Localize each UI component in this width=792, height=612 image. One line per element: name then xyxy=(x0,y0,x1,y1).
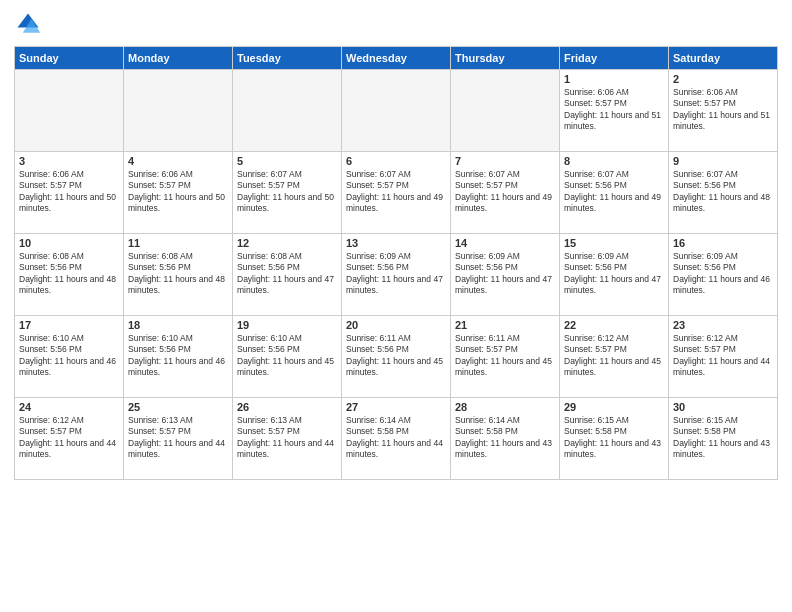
calendar-cell: 30Sunrise: 6:15 AMSunset: 5:58 PMDayligh… xyxy=(669,398,778,480)
day-info: Sunrise: 6:14 AMSunset: 5:58 PMDaylight:… xyxy=(346,415,446,461)
calendar-table: SundayMondayTuesdayWednesdayThursdayFrid… xyxy=(14,46,778,480)
calendar-cell: 25Sunrise: 6:13 AMSunset: 5:57 PMDayligh… xyxy=(124,398,233,480)
calendar-cell: 22Sunrise: 6:12 AMSunset: 5:57 PMDayligh… xyxy=(560,316,669,398)
calendar-week-3: 10Sunrise: 6:08 AMSunset: 5:56 PMDayligh… xyxy=(15,234,778,316)
day-info: Sunrise: 6:15 AMSunset: 5:58 PMDaylight:… xyxy=(673,415,773,461)
day-number: 26 xyxy=(237,401,337,413)
day-info: Sunrise: 6:10 AMSunset: 5:56 PMDaylight:… xyxy=(237,333,337,379)
calendar-cell: 11Sunrise: 6:08 AMSunset: 5:56 PMDayligh… xyxy=(124,234,233,316)
day-number: 24 xyxy=(19,401,119,413)
calendar-cell: 29Sunrise: 6:15 AMSunset: 5:58 PMDayligh… xyxy=(560,398,669,480)
day-number: 28 xyxy=(455,401,555,413)
day-number: 5 xyxy=(237,155,337,167)
day-info: Sunrise: 6:07 AMSunset: 5:56 PMDaylight:… xyxy=(673,169,773,215)
calendar-cell: 28Sunrise: 6:14 AMSunset: 5:58 PMDayligh… xyxy=(451,398,560,480)
day-info: Sunrise: 6:13 AMSunset: 5:57 PMDaylight:… xyxy=(237,415,337,461)
day-info: Sunrise: 6:10 AMSunset: 5:56 PMDaylight:… xyxy=(19,333,119,379)
day-info: Sunrise: 6:11 AMSunset: 5:56 PMDaylight:… xyxy=(346,333,446,379)
day-info: Sunrise: 6:08 AMSunset: 5:56 PMDaylight:… xyxy=(237,251,337,297)
weekday-header-thursday: Thursday xyxy=(451,47,560,70)
weekday-header-sunday: Sunday xyxy=(15,47,124,70)
calendar-cell: 9Sunrise: 6:07 AMSunset: 5:56 PMDaylight… xyxy=(669,152,778,234)
header xyxy=(14,10,778,38)
calendar-week-5: 24Sunrise: 6:12 AMSunset: 5:57 PMDayligh… xyxy=(15,398,778,480)
weekday-header-monday: Monday xyxy=(124,47,233,70)
day-number: 16 xyxy=(673,237,773,249)
day-info: Sunrise: 6:06 AMSunset: 5:57 PMDaylight:… xyxy=(128,169,228,215)
logo xyxy=(14,10,46,38)
day-number: 6 xyxy=(346,155,446,167)
day-info: Sunrise: 6:14 AMSunset: 5:58 PMDaylight:… xyxy=(455,415,555,461)
day-number: 8 xyxy=(564,155,664,167)
day-info: Sunrise: 6:09 AMSunset: 5:56 PMDaylight:… xyxy=(346,251,446,297)
calendar-cell: 8Sunrise: 6:07 AMSunset: 5:56 PMDaylight… xyxy=(560,152,669,234)
calendar-cell: 23Sunrise: 6:12 AMSunset: 5:57 PMDayligh… xyxy=(669,316,778,398)
calendar-cell: 20Sunrise: 6:11 AMSunset: 5:56 PMDayligh… xyxy=(342,316,451,398)
day-number: 13 xyxy=(346,237,446,249)
day-number: 21 xyxy=(455,319,555,331)
day-number: 9 xyxy=(673,155,773,167)
calendar-cell: 17Sunrise: 6:10 AMSunset: 5:56 PMDayligh… xyxy=(15,316,124,398)
day-number: 20 xyxy=(346,319,446,331)
calendar-cell: 10Sunrise: 6:08 AMSunset: 5:56 PMDayligh… xyxy=(15,234,124,316)
calendar-cell: 15Sunrise: 6:09 AMSunset: 5:56 PMDayligh… xyxy=(560,234,669,316)
day-info: Sunrise: 6:08 AMSunset: 5:56 PMDaylight:… xyxy=(128,251,228,297)
calendar-week-4: 17Sunrise: 6:10 AMSunset: 5:56 PMDayligh… xyxy=(15,316,778,398)
logo-icon xyxy=(14,10,42,38)
day-number: 29 xyxy=(564,401,664,413)
day-info: Sunrise: 6:06 AMSunset: 5:57 PMDaylight:… xyxy=(564,87,664,133)
day-info: Sunrise: 6:07 AMSunset: 5:56 PMDaylight:… xyxy=(564,169,664,215)
weekday-header-row: SundayMondayTuesdayWednesdayThursdayFrid… xyxy=(15,47,778,70)
day-info: Sunrise: 6:07 AMSunset: 5:57 PMDaylight:… xyxy=(237,169,337,215)
calendar-cell: 4Sunrise: 6:06 AMSunset: 5:57 PMDaylight… xyxy=(124,152,233,234)
calendar-cell xyxy=(124,70,233,152)
weekday-header-saturday: Saturday xyxy=(669,47,778,70)
calendar-cell: 14Sunrise: 6:09 AMSunset: 5:56 PMDayligh… xyxy=(451,234,560,316)
day-info: Sunrise: 6:12 AMSunset: 5:57 PMDaylight:… xyxy=(564,333,664,379)
weekday-header-wednesday: Wednesday xyxy=(342,47,451,70)
day-number: 19 xyxy=(237,319,337,331)
day-number: 25 xyxy=(128,401,228,413)
calendar-cell: 7Sunrise: 6:07 AMSunset: 5:57 PMDaylight… xyxy=(451,152,560,234)
day-info: Sunrise: 6:08 AMSunset: 5:56 PMDaylight:… xyxy=(19,251,119,297)
day-number: 22 xyxy=(564,319,664,331)
day-number: 10 xyxy=(19,237,119,249)
day-info: Sunrise: 6:12 AMSunset: 5:57 PMDaylight:… xyxy=(19,415,119,461)
day-number: 15 xyxy=(564,237,664,249)
calendar-cell: 21Sunrise: 6:11 AMSunset: 5:57 PMDayligh… xyxy=(451,316,560,398)
calendar-cell: 19Sunrise: 6:10 AMSunset: 5:56 PMDayligh… xyxy=(233,316,342,398)
weekday-header-tuesday: Tuesday xyxy=(233,47,342,70)
calendar-cell xyxy=(342,70,451,152)
day-number: 11 xyxy=(128,237,228,249)
day-number: 3 xyxy=(19,155,119,167)
day-info: Sunrise: 6:06 AMSunset: 5:57 PMDaylight:… xyxy=(673,87,773,133)
calendar-cell: 6Sunrise: 6:07 AMSunset: 5:57 PMDaylight… xyxy=(342,152,451,234)
calendar-cell: 2Sunrise: 6:06 AMSunset: 5:57 PMDaylight… xyxy=(669,70,778,152)
day-info: Sunrise: 6:06 AMSunset: 5:57 PMDaylight:… xyxy=(19,169,119,215)
day-number: 2 xyxy=(673,73,773,85)
calendar-week-1: 1Sunrise: 6:06 AMSunset: 5:57 PMDaylight… xyxy=(15,70,778,152)
calendar-cell: 18Sunrise: 6:10 AMSunset: 5:56 PMDayligh… xyxy=(124,316,233,398)
day-info: Sunrise: 6:09 AMSunset: 5:56 PMDaylight:… xyxy=(564,251,664,297)
day-number: 14 xyxy=(455,237,555,249)
weekday-header-friday: Friday xyxy=(560,47,669,70)
calendar-cell: 26Sunrise: 6:13 AMSunset: 5:57 PMDayligh… xyxy=(233,398,342,480)
calendar-cell: 1Sunrise: 6:06 AMSunset: 5:57 PMDaylight… xyxy=(560,70,669,152)
calendar-week-2: 3Sunrise: 6:06 AMSunset: 5:57 PMDaylight… xyxy=(15,152,778,234)
calendar-cell: 5Sunrise: 6:07 AMSunset: 5:57 PMDaylight… xyxy=(233,152,342,234)
day-info: Sunrise: 6:13 AMSunset: 5:57 PMDaylight:… xyxy=(128,415,228,461)
day-number: 18 xyxy=(128,319,228,331)
calendar-cell: 16Sunrise: 6:09 AMSunset: 5:56 PMDayligh… xyxy=(669,234,778,316)
day-number: 7 xyxy=(455,155,555,167)
day-number: 30 xyxy=(673,401,773,413)
calendar-cell xyxy=(233,70,342,152)
calendar-cell: 13Sunrise: 6:09 AMSunset: 5:56 PMDayligh… xyxy=(342,234,451,316)
day-info: Sunrise: 6:11 AMSunset: 5:57 PMDaylight:… xyxy=(455,333,555,379)
day-info: Sunrise: 6:09 AMSunset: 5:56 PMDaylight:… xyxy=(673,251,773,297)
day-number: 4 xyxy=(128,155,228,167)
calendar-cell xyxy=(15,70,124,152)
calendar-cell: 12Sunrise: 6:08 AMSunset: 5:56 PMDayligh… xyxy=(233,234,342,316)
calendar-page: SundayMondayTuesdayWednesdayThursdayFrid… xyxy=(0,0,792,612)
day-info: Sunrise: 6:10 AMSunset: 5:56 PMDaylight:… xyxy=(128,333,228,379)
day-info: Sunrise: 6:07 AMSunset: 5:57 PMDaylight:… xyxy=(346,169,446,215)
